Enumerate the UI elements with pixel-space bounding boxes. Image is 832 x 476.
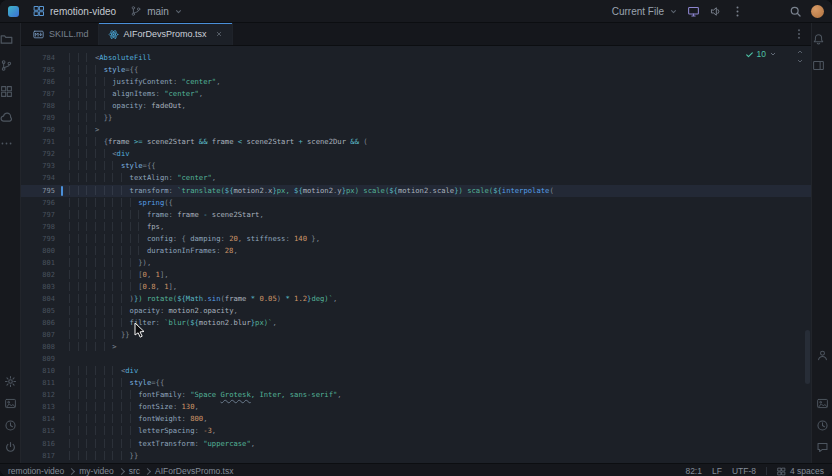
code-text: fontFamily: "Space Grotesk, Inter, sans-… [55,389,342,401]
code-line-807[interactable]: 807 }} [21,329,811,341]
chevron-right-icon [144,467,151,474]
code-text: opacity: fadeOut, [55,100,186,112]
code-line-808[interactable]: 808 > [21,341,811,353]
code-line-802[interactable]: 802 [0, 1], [21,269,811,281]
search-icon[interactable] [789,5,802,18]
code-line-790[interactable]: 790 > [21,124,811,136]
tab-bar: SKILL.mdAIForDevsPromo.tsx [21,23,811,46]
close-icon[interactable] [215,30,223,38]
cursor-position[interactable]: 82:1 [685,466,702,476]
line-number: 815 [21,425,55,437]
tab-options-icon[interactable] [793,28,805,40]
chat-icon[interactable] [816,441,829,454]
code-line-785[interactable]: 785 style={{ [21,64,811,76]
code-line-810[interactable]: 810 <div [21,365,811,377]
code-line-799[interactable]: 799 config: { damping: 20, stiffness: 14… [21,233,811,245]
gear-icon[interactable] [4,375,17,388]
scrollbar [805,46,810,463]
line-number: 793 [21,160,55,172]
audio-icon[interactable] [709,5,722,18]
screen-share-icon[interactable] [687,5,700,18]
code-line-812[interactable]: 812 fontFamily: "Space Grotesk, Inter, s… [21,389,811,401]
code-line-817[interactable]: 817 }} [21,450,811,462]
breadcrumb-item[interactable]: src [129,466,140,476]
code-text: fontSize: 130, [55,401,199,413]
history-icon[interactable] [4,419,17,432]
code-line-791[interactable]: 791 {frame >= scene2Start && frame < sce… [21,136,811,148]
image-icon[interactable] [816,397,829,410]
more-menu-icon[interactable] [731,5,744,18]
check-icon [745,50,754,59]
project-name: remotion-video [50,6,116,17]
project-menu[interactable]: remotion-video [33,5,116,17]
code-text: durationInFrames: 28, [55,245,238,257]
code-line-801[interactable]: 801 }), [21,257,811,269]
breadcrumb-item[interactable]: remotion-video [8,466,64,476]
code-line-803[interactable]: 803 [0.8, 1], [21,281,811,293]
chevron-down-icon[interactable] [796,57,804,65]
branch-icon[interactable] [0,59,13,72]
branch-menu[interactable]: main [130,5,183,17]
current-file-dropdown[interactable]: Current File [612,6,678,17]
code-line-798[interactable]: 798 fps, [21,221,811,233]
code-line-811[interactable]: 811 style={{ [21,377,811,389]
breadcrumb: remotion-videomy-videosrcAIForDevsPromo.… [8,466,233,476]
code-text: <AbsoluteFill [55,52,151,64]
breadcrumb-item[interactable]: AIForDevsPromo.tsx [155,466,233,476]
encoding[interactable]: UTF-8 [732,466,756,476]
editor-window: remotion-video main Current File S [0,0,832,476]
cloud-icon[interactable] [0,111,13,124]
code-line-805[interactable]: 805 opacity: motion2.opacity, [21,305,811,317]
line-number: 816 [21,438,55,450]
code-line-809[interactable]: 809 [21,353,811,365]
code-line-814[interactable]: 814 fontWeight: 800, [21,413,811,425]
code-line-806[interactable]: 806 filter: `blur(${motion2.blur}px)`, [21,317,811,329]
code-line-797[interactable]: 797 frame: frame - scene2Start, [21,209,811,221]
scrollbar-thumb[interactable] [805,330,810,384]
code-line-789[interactable]: 789 }} [21,112,811,124]
code-line-793[interactable]: 793 style={{ [21,160,811,172]
code-line-796[interactable]: 796 spring({ [21,197,811,209]
code-line-784[interactable]: 784 <AbsoluteFill [21,52,811,64]
image-icon[interactable] [4,397,17,410]
board-icon[interactable] [0,85,13,98]
code-line-788[interactable]: 788 opacity: fadeOut, [21,100,811,112]
current-file-label: Current File [612,6,664,17]
code-line-813[interactable]: 813 fontSize: 130, [21,401,811,413]
files-icon[interactable] [0,33,13,46]
code-line-804[interactable]: 804 )}) rotate(${Math.sin(frame * 0.05) … [21,293,811,305]
code-line-800[interactable]: 800 durationInFrames: 28, [21,245,811,257]
code-line-786[interactable]: 786 justifyContent: "center", [21,76,811,88]
user-avatar[interactable] [811,5,824,18]
tab-AIForDevsPromo.tsx[interactable]: AIForDevsPromo.tsx [99,23,233,45]
code-line-795[interactable]: 795 transform: `translate(${motion2.x}px… [21,185,811,197]
person-icon[interactable] [816,349,829,362]
code-text: > [55,341,117,353]
code-line-794[interactable]: 794 textAlign: "center", [21,172,811,184]
more-icon[interactable] [0,137,13,150]
power-icon[interactable] [4,441,17,454]
history-icon[interactable] [816,419,829,432]
markdown-file-icon [33,29,44,40]
code-text: letterSpacing: -3, [55,425,216,437]
line-ending[interactable]: LF [712,466,722,476]
breadcrumb-item[interactable]: my-video [79,466,113,476]
chevron-up-icon[interactable] [796,48,804,56]
panel-icon[interactable] [812,59,825,72]
code-editor[interactable]: 784 <AbsoluteFill785 style={{786 justify… [21,46,811,463]
code-text: {frame >= scene2Start && frame < scene2S… [55,136,368,148]
line-number: 796 [21,197,55,209]
indent-settings[interactable]: 4 spaces [777,466,824,476]
line-number: 797 [21,209,55,221]
code-line-815[interactable]: 815 letterSpacing: -3, [21,425,811,437]
code-line-816[interactable]: 816 textTransform: "uppercase", [21,438,811,450]
code-text: fontWeight: 800, [55,413,208,425]
code-text: style={{ [55,377,164,389]
status-bar: remotion-videomy-videosrcAIForDevsPromo.… [0,463,832,476]
code-line-792[interactable]: 792 <div [21,148,811,160]
bell-icon[interactable] [812,33,825,46]
code-line-787[interactable]: 787 alignItems: "center", [21,88,811,100]
diagnostics-indicator[interactable]: 10 [745,49,777,59]
app-icon [8,6,19,17]
tab-SKILL.md[interactable]: SKILL.md [24,23,99,45]
